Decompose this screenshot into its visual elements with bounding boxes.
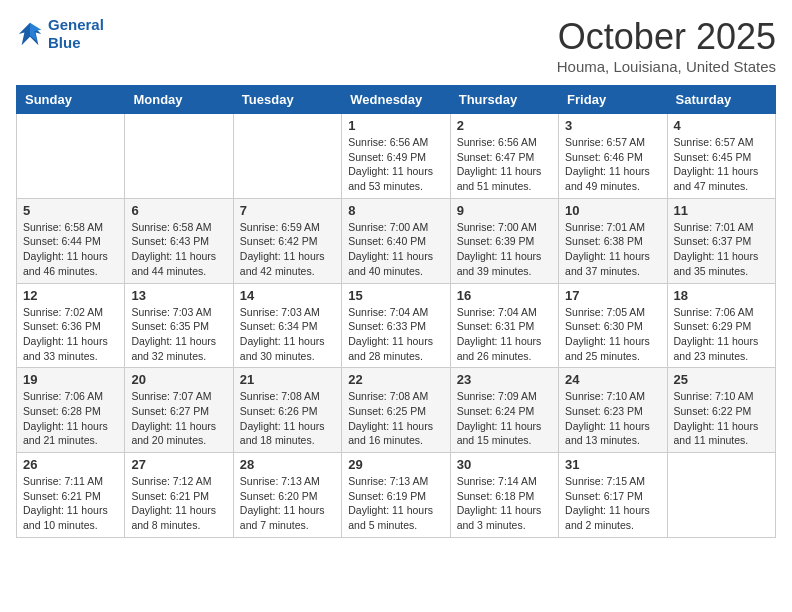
- calendar-cell: 23Sunrise: 7:09 AMSunset: 6:24 PMDayligh…: [450, 368, 558, 453]
- calendar-cell: [125, 114, 233, 199]
- day-info: Sunrise: 7:07 AMSunset: 6:27 PMDaylight:…: [131, 389, 226, 448]
- day-number: 17: [565, 288, 660, 303]
- day-info: Sunrise: 7:10 AMSunset: 6:22 PMDaylight:…: [674, 389, 769, 448]
- day-number: 14: [240, 288, 335, 303]
- month-title: October 2025: [557, 16, 776, 58]
- day-number: 6: [131, 203, 226, 218]
- weekday-header-sunday: Sunday: [17, 86, 125, 114]
- day-info: Sunrise: 6:56 AMSunset: 6:47 PMDaylight:…: [457, 135, 552, 194]
- calendar-cell: [667, 453, 775, 538]
- day-number: 10: [565, 203, 660, 218]
- calendar-cell: 7Sunrise: 6:59 AMSunset: 6:42 PMDaylight…: [233, 198, 341, 283]
- day-number: 11: [674, 203, 769, 218]
- calendar-cell: 21Sunrise: 7:08 AMSunset: 6:26 PMDayligh…: [233, 368, 341, 453]
- day-info: Sunrise: 7:08 AMSunset: 6:26 PMDaylight:…: [240, 389, 335, 448]
- day-info: Sunrise: 7:13 AMSunset: 6:20 PMDaylight:…: [240, 474, 335, 533]
- title-block: October 2025 Houma, Louisiana, United St…: [557, 16, 776, 75]
- calendar-cell: 25Sunrise: 7:10 AMSunset: 6:22 PMDayligh…: [667, 368, 775, 453]
- logo: General Blue: [16, 16, 104, 52]
- calendar-cell: 13Sunrise: 7:03 AMSunset: 6:35 PMDayligh…: [125, 283, 233, 368]
- calendar-cell: 18Sunrise: 7:06 AMSunset: 6:29 PMDayligh…: [667, 283, 775, 368]
- day-number: 4: [674, 118, 769, 133]
- calendar-cell: 2Sunrise: 6:56 AMSunset: 6:47 PMDaylight…: [450, 114, 558, 199]
- day-info: Sunrise: 7:00 AMSunset: 6:40 PMDaylight:…: [348, 220, 443, 279]
- logo-icon: [16, 20, 44, 48]
- logo-text: General Blue: [48, 16, 104, 52]
- calendar-week-5: 26Sunrise: 7:11 AMSunset: 6:21 PMDayligh…: [17, 453, 776, 538]
- calendar-cell: 9Sunrise: 7:00 AMSunset: 6:39 PMDaylight…: [450, 198, 558, 283]
- calendar-cell: 5Sunrise: 6:58 AMSunset: 6:44 PMDaylight…: [17, 198, 125, 283]
- day-number: 24: [565, 372, 660, 387]
- calendar-cell: 8Sunrise: 7:00 AMSunset: 6:40 PMDaylight…: [342, 198, 450, 283]
- calendar-cell: 24Sunrise: 7:10 AMSunset: 6:23 PMDayligh…: [559, 368, 667, 453]
- calendar-cell: 26Sunrise: 7:11 AMSunset: 6:21 PMDayligh…: [17, 453, 125, 538]
- day-info: Sunrise: 6:57 AMSunset: 6:45 PMDaylight:…: [674, 135, 769, 194]
- day-number: 13: [131, 288, 226, 303]
- day-number: 28: [240, 457, 335, 472]
- day-number: 1: [348, 118, 443, 133]
- calendar-cell: 19Sunrise: 7:06 AMSunset: 6:28 PMDayligh…: [17, 368, 125, 453]
- day-info: Sunrise: 7:03 AMSunset: 6:35 PMDaylight:…: [131, 305, 226, 364]
- day-info: Sunrise: 6:57 AMSunset: 6:46 PMDaylight:…: [565, 135, 660, 194]
- calendar-cell: 1Sunrise: 6:56 AMSunset: 6:49 PMDaylight…: [342, 114, 450, 199]
- day-number: 18: [674, 288, 769, 303]
- day-number: 30: [457, 457, 552, 472]
- calendar-cell: 15Sunrise: 7:04 AMSunset: 6:33 PMDayligh…: [342, 283, 450, 368]
- calendar-cell: 22Sunrise: 7:08 AMSunset: 6:25 PMDayligh…: [342, 368, 450, 453]
- day-info: Sunrise: 7:12 AMSunset: 6:21 PMDaylight:…: [131, 474, 226, 533]
- day-number: 2: [457, 118, 552, 133]
- location-subtitle: Houma, Louisiana, United States: [557, 58, 776, 75]
- calendar-cell: 28Sunrise: 7:13 AMSunset: 6:20 PMDayligh…: [233, 453, 341, 538]
- day-info: Sunrise: 7:09 AMSunset: 6:24 PMDaylight:…: [457, 389, 552, 448]
- calendar-week-2: 5Sunrise: 6:58 AMSunset: 6:44 PMDaylight…: [17, 198, 776, 283]
- day-number: 25: [674, 372, 769, 387]
- calendar-cell: 3Sunrise: 6:57 AMSunset: 6:46 PMDaylight…: [559, 114, 667, 199]
- day-info: Sunrise: 7:03 AMSunset: 6:34 PMDaylight:…: [240, 305, 335, 364]
- weekday-header-row: SundayMondayTuesdayWednesdayThursdayFrid…: [17, 86, 776, 114]
- calendar-cell: 16Sunrise: 7:04 AMSunset: 6:31 PMDayligh…: [450, 283, 558, 368]
- weekday-header-thursday: Thursday: [450, 86, 558, 114]
- day-info: Sunrise: 7:11 AMSunset: 6:21 PMDaylight:…: [23, 474, 118, 533]
- day-number: 16: [457, 288, 552, 303]
- calendar-week-1: 1Sunrise: 6:56 AMSunset: 6:49 PMDaylight…: [17, 114, 776, 199]
- day-info: Sunrise: 7:06 AMSunset: 6:29 PMDaylight:…: [674, 305, 769, 364]
- day-info: Sunrise: 7:02 AMSunset: 6:36 PMDaylight:…: [23, 305, 118, 364]
- day-number: 23: [457, 372, 552, 387]
- day-number: 8: [348, 203, 443, 218]
- day-number: 26: [23, 457, 118, 472]
- day-info: Sunrise: 7:08 AMSunset: 6:25 PMDaylight:…: [348, 389, 443, 448]
- day-number: 27: [131, 457, 226, 472]
- day-info: Sunrise: 7:06 AMSunset: 6:28 PMDaylight:…: [23, 389, 118, 448]
- calendar-table: SundayMondayTuesdayWednesdayThursdayFrid…: [16, 85, 776, 538]
- calendar-cell: [233, 114, 341, 199]
- day-info: Sunrise: 6:59 AMSunset: 6:42 PMDaylight:…: [240, 220, 335, 279]
- calendar-cell: 17Sunrise: 7:05 AMSunset: 6:30 PMDayligh…: [559, 283, 667, 368]
- calendar-cell: 11Sunrise: 7:01 AMSunset: 6:37 PMDayligh…: [667, 198, 775, 283]
- calendar-cell: 14Sunrise: 7:03 AMSunset: 6:34 PMDayligh…: [233, 283, 341, 368]
- calendar-cell: [17, 114, 125, 199]
- weekday-header-monday: Monday: [125, 86, 233, 114]
- day-number: 7: [240, 203, 335, 218]
- day-number: 9: [457, 203, 552, 218]
- day-info: Sunrise: 7:10 AMSunset: 6:23 PMDaylight:…: [565, 389, 660, 448]
- day-number: 22: [348, 372, 443, 387]
- day-number: 3: [565, 118, 660, 133]
- day-info: Sunrise: 7:14 AMSunset: 6:18 PMDaylight:…: [457, 474, 552, 533]
- day-info: Sunrise: 7:04 AMSunset: 6:31 PMDaylight:…: [457, 305, 552, 364]
- calendar-cell: 31Sunrise: 7:15 AMSunset: 6:17 PMDayligh…: [559, 453, 667, 538]
- calendar-cell: 12Sunrise: 7:02 AMSunset: 6:36 PMDayligh…: [17, 283, 125, 368]
- day-number: 12: [23, 288, 118, 303]
- calendar-cell: 27Sunrise: 7:12 AMSunset: 6:21 PMDayligh…: [125, 453, 233, 538]
- calendar-week-4: 19Sunrise: 7:06 AMSunset: 6:28 PMDayligh…: [17, 368, 776, 453]
- day-number: 31: [565, 457, 660, 472]
- day-info: Sunrise: 6:58 AMSunset: 6:44 PMDaylight:…: [23, 220, 118, 279]
- calendar-cell: 4Sunrise: 6:57 AMSunset: 6:45 PMDaylight…: [667, 114, 775, 199]
- day-info: Sunrise: 6:56 AMSunset: 6:49 PMDaylight:…: [348, 135, 443, 194]
- calendar-cell: 10Sunrise: 7:01 AMSunset: 6:38 PMDayligh…: [559, 198, 667, 283]
- calendar-week-3: 12Sunrise: 7:02 AMSunset: 6:36 PMDayligh…: [17, 283, 776, 368]
- day-number: 5: [23, 203, 118, 218]
- day-number: 15: [348, 288, 443, 303]
- day-info: Sunrise: 7:05 AMSunset: 6:30 PMDaylight:…: [565, 305, 660, 364]
- day-info: Sunrise: 7:15 AMSunset: 6:17 PMDaylight:…: [565, 474, 660, 533]
- day-number: 20: [131, 372, 226, 387]
